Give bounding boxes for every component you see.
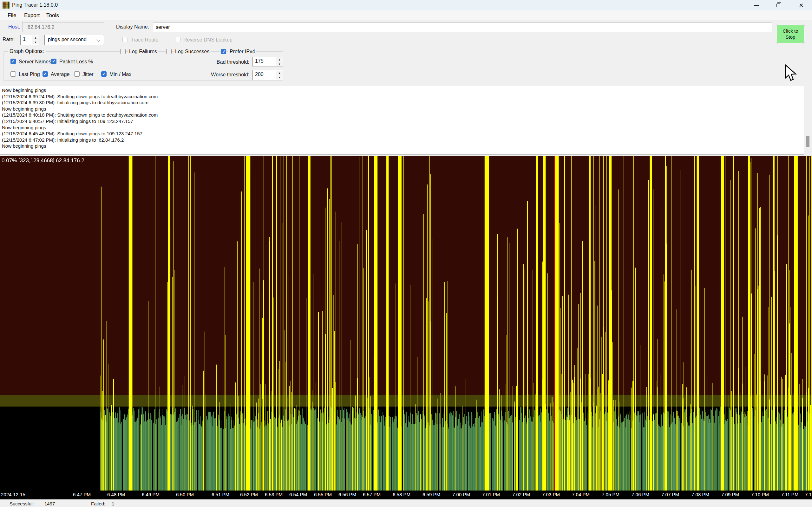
time-tick-label: 6:50 PM [176, 492, 194, 497]
packet-loss-label: Packet Loss % [59, 59, 93, 65]
time-tick-label: 7:00 PM [452, 492, 470, 497]
server-names-checkbox[interactable]: ✓ [10, 59, 16, 64]
last-ping-label: Last Ping [19, 72, 40, 77]
time-tick-label: 6:56 PM [339, 492, 356, 497]
spin-up-icon: ▲ [32, 36, 39, 40]
restore-button[interactable] [768, 0, 789, 10]
average-label: Average [51, 72, 69, 77]
worse-threshold-value: 200 [255, 72, 264, 77]
graph-options-title: Graph Options: [8, 49, 46, 54]
server-names-label: Server Names [19, 59, 51, 65]
time-tick-label: 7:07 PM [661, 492, 679, 497]
last-ping-checkbox[interactable]: ✓ [10, 71, 16, 77]
app-icon [3, 2, 9, 9]
rate-stepper[interactable]: 1 ▲▼ [20, 35, 39, 45]
display-name-input[interactable]: server [153, 22, 772, 32]
bad-threshold-label: Bad threshold: [181, 59, 249, 65]
stop-button[interactable]: Click to Stop [776, 24, 805, 44]
successful-value: 1497 [44, 501, 55, 506]
time-tick-label: 7:1 [805, 492, 812, 497]
time-tick-label: 6:55 PM [314, 492, 332, 497]
log-failures-label: Log Failures [128, 49, 158, 55]
server-stats-overlay: 0.07% [323,129,4668] 62.84.176.2 [2, 158, 84, 164]
bad-threshold-spinner-buttons[interactable]: ▲▼ [276, 57, 283, 66]
ping-graph-canvas[interactable] [0, 156, 812, 491]
time-tick-label: 6:52 PM [240, 492, 258, 497]
failed-value: 1 [112, 501, 114, 506]
menu-tools[interactable]: Tools [46, 12, 59, 19]
rate-unit-value: pings per second [48, 37, 87, 43]
trace-route-label: Trace Route [131, 37, 158, 43]
log-pane[interactable]: Now beginning pings(12/15/2024 6:39:24 P… [0, 86, 812, 155]
spin-down-icon: ▼ [276, 75, 283, 79]
host-input[interactable]: 62.84.176.2 [22, 22, 104, 32]
log-scrollbar-thumb[interactable] [806, 136, 809, 147]
spin-up-icon: ▲ [276, 57, 283, 62]
jitter-checkbox[interactable]: ✓ [74, 71, 80, 77]
worse-threshold-label: Worse threshold: [181, 72, 249, 78]
window-title: Ping Tracer 1.18.0.0 [12, 2, 58, 8]
average-checkbox[interactable]: ✓ [43, 71, 48, 77]
worse-threshold-spinner-buttons[interactable]: ▲▼ [276, 71, 283, 79]
rate-label: Rate: [3, 37, 14, 43]
close-icon: ✕ [799, 3, 803, 8]
time-tick-label: 7:02 PM [512, 492, 530, 497]
time-tick-label: 6:49 PM [142, 492, 159, 497]
prefer-ipv4-label: Prefer IPv4 [229, 49, 256, 55]
restore-icon [776, 3, 780, 7]
time-tick-label: 6:47 PM [73, 492, 91, 497]
time-tick-label: 6:53 PM [265, 492, 283, 497]
failed-label: Failed: [91, 501, 105, 506]
jitter-label: Jitter [83, 72, 94, 77]
close-button[interactable]: ✕ [791, 0, 811, 10]
graph-options-group: Graph Options: ✓ Log Failures ✓ Log Succ… [3, 51, 283, 81]
time-tick-label: 6:48 PM [107, 492, 125, 497]
time-tick-label: 7:05 PM [602, 492, 619, 497]
minimize-button[interactable] [746, 0, 767, 10]
time-tick-label: 6:51 PM [212, 492, 229, 497]
time-tick-label: 7:06 PM [631, 492, 649, 497]
packet-loss-checkbox[interactable]: ✓ [51, 59, 56, 64]
rate-spinner-buttons[interactable]: ▲▼ [32, 36, 39, 44]
time-tick-label: 7:09 PM [721, 492, 739, 497]
log-scrollbar[interactable] [804, 86, 812, 155]
config-form: Host: 62.84.176.2 Display Name: server R… [0, 20, 812, 86]
successful-label: Successful: [9, 501, 34, 506]
spin-up-icon: ▲ [276, 71, 283, 75]
minimize-icon [754, 5, 759, 6]
time-tick-label: 7:10 PM [751, 492, 769, 497]
menu-export[interactable]: Export [24, 12, 40, 19]
time-tick-label: 7:03 PM [542, 492, 560, 497]
prefer-ipv4-checkbox[interactable]: ✓ [221, 49, 226, 54]
titlebar: Ping Tracer 1.18.0.0 ✕ [0, 0, 812, 10]
reverse-dns-label: Reverse DNS Lookup [183, 37, 233, 43]
mouse-cursor [784, 64, 798, 82]
rate-unit-dropdown[interactable]: pings per second [44, 35, 104, 45]
worse-threshold-stepper[interactable]: 200 ▲▼ [252, 70, 283, 80]
statusbar: Successful: 1497 Failed: 1 [0, 499, 812, 507]
rate-value: 1 [23, 37, 26, 42]
time-tick-label: 6:57 PM [363, 492, 380, 497]
ping-graph[interactable]: 0.07% [323,129,4668] 62.84.176.2 [0, 156, 812, 491]
reverse-dns-checkbox[interactable]: ✓ [175, 37, 181, 42]
menubar: File Export Tools [0, 10, 812, 20]
time-tick-label: 7:11 PM [781, 492, 799, 497]
time-axis: 2024-12-156:47 PM6:48 PM6:49 PM6:50 PM6:… [0, 491, 812, 499]
min-max-label: Min / Max [109, 72, 131, 77]
time-tick-label: 7:04 PM [572, 492, 590, 497]
log-successes-checkbox[interactable]: ✓ [166, 49, 171, 54]
spin-down-icon: ▼ [276, 62, 283, 66]
log-successes-label: Log Successes [174, 49, 211, 55]
time-tick-label: 7:01 PM [482, 492, 500, 497]
bad-threshold-stepper[interactable]: 175 ▲▼ [252, 57, 283, 67]
chevron-down-icon [96, 38, 100, 42]
log-failures-checkbox[interactable]: ✓ [120, 49, 125, 54]
time-tick-label: 6:58 PM [393, 492, 410, 497]
menu-file[interactable]: File [8, 12, 16, 19]
host-label: Host: [8, 24, 20, 30]
display-name-label: Display Name: [116, 24, 149, 30]
time-tick-label: 6:54 PM [289, 492, 307, 497]
min-max-checkbox[interactable]: ✓ [101, 71, 107, 77]
time-tick-label: 7:08 PM [692, 492, 709, 497]
trace-route-checkbox[interactable]: ✓ [122, 37, 128, 42]
